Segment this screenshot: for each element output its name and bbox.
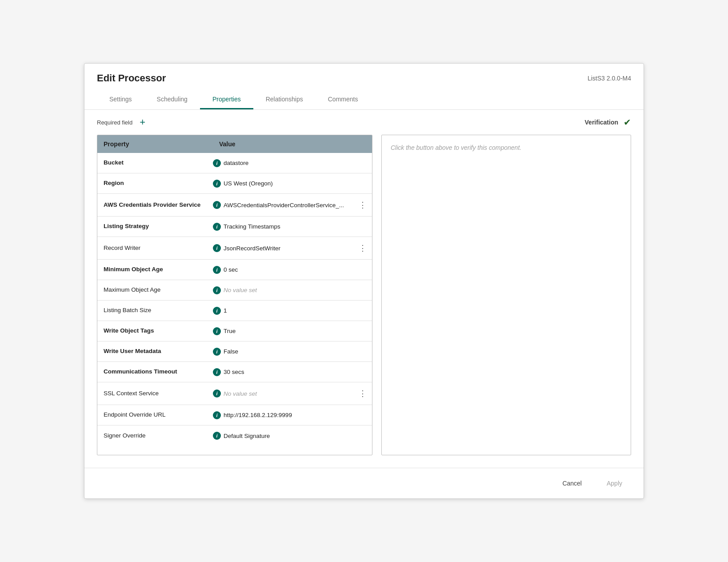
verification-panel: Click the button above to verify this co… <box>381 135 631 455</box>
property-value: False <box>224 348 368 355</box>
info-icon[interactable]: i <box>213 327 221 335</box>
info-icon[interactable]: i <box>213 201 221 209</box>
table-row[interactable]: Record WriteriJsonRecordSetWriter⋮ <box>97 237 372 260</box>
verification-section: Verification ✔ <box>585 117 631 128</box>
property-value-cell[interactable]: ihttp://192.168.2.129:9999 <box>213 407 372 424</box>
property-value: 30 secs <box>224 369 368 375</box>
property-value: http://192.168.2.129:9999 <box>224 412 368 418</box>
table-row[interactable]: Signer OverrideiDefault Signature <box>97 426 372 446</box>
tab-settings[interactable]: Settings <box>97 91 144 109</box>
apply-button: Apply <box>598 475 631 491</box>
info-icon[interactable]: i <box>213 389 221 397</box>
edit-processor-dialog: Edit Processor ListS3 2.0.0-M4 Settings … <box>84 63 644 499</box>
table-row[interactable]: AWS Credentials Provider ServiceiAWSCred… <box>97 194 372 217</box>
property-name: Listing Strategy <box>97 218 213 235</box>
property-value-cell[interactable]: i0 sec <box>213 261 372 278</box>
property-value-cell[interactable]: iNo value set⋮ <box>213 382 372 405</box>
info-icon[interactable]: i <box>213 266 221 274</box>
dialog-title: Edit Processor <box>97 72 166 84</box>
info-icon[interactable]: i <box>213 223 221 231</box>
col-value-header: Value <box>219 140 366 148</box>
tab-properties[interactable]: Properties <box>200 91 253 109</box>
property-name: Endpoint Override URL <box>97 406 213 424</box>
property-value-cell[interactable]: iJsonRecordSetWriter⋮ <box>213 237 372 259</box>
dialog-footer: Cancel Apply <box>84 468 644 498</box>
tab-comments[interactable]: Comments <box>316 91 371 109</box>
info-icon[interactable]: i <box>213 307 221 315</box>
property-name: Write Object Tags <box>97 322 213 340</box>
section-left: Required field + <box>97 117 145 127</box>
verification-label: Verification <box>585 119 618 126</box>
check-icon: ✔ <box>624 117 631 128</box>
more-options-icon[interactable]: ⋮ <box>357 198 368 212</box>
main-content: Property Value BucketidatastoreRegioniUS… <box>84 135 644 468</box>
table-body: BucketidatastoreRegioniUS West (Oregon)A… <box>97 153 372 446</box>
more-options-icon[interactable]: ⋮ <box>357 387 368 400</box>
property-value: No value set <box>224 287 368 293</box>
tab-scheduling[interactable]: Scheduling <box>144 91 200 109</box>
table-row[interactable]: Communications Timeouti30 secs <box>97 362 372 382</box>
more-options-icon[interactable]: ⋮ <box>357 241 368 255</box>
table-row[interactable]: Minimum Object Agei0 sec <box>97 260 372 280</box>
table-row[interactable]: Listing Batch Sizei1 <box>97 301 372 321</box>
property-name: Communications Timeout <box>97 363 213 381</box>
table-row[interactable]: RegioniUS West (Oregon) <box>97 173 372 194</box>
info-icon[interactable]: i <box>213 180 221 188</box>
property-value: 0 sec <box>224 266 368 273</box>
property-name: AWS Credentials Provider Service <box>97 197 213 214</box>
table-row[interactable]: SSL Context ServiceiNo value set⋮ <box>97 382 372 405</box>
property-name: Minimum Object Age <box>97 261 213 278</box>
property-value-cell[interactable]: i1 <box>213 302 372 319</box>
property-value-cell[interactable]: iUS West (Oregon) <box>213 175 372 192</box>
property-value: Default Signature <box>224 433 368 439</box>
dialog-body: Required field + Verification ✔ Property… <box>84 110 644 468</box>
verification-hint: Click the button above to verify this co… <box>391 144 521 151</box>
info-icon[interactable]: i <box>213 286 221 294</box>
property-name: Maximum Object Age <box>97 281 213 299</box>
info-icon[interactable]: i <box>213 432 221 440</box>
property-value: True <box>224 328 368 334</box>
property-value-cell[interactable]: iTrue <box>213 323 372 340</box>
property-name: Bucket <box>97 154 213 172</box>
info-icon[interactable]: i <box>213 348 221 356</box>
property-value: 1 <box>224 307 368 314</box>
required-field-label: Required field <box>97 119 132 126</box>
table-row[interactable]: Endpoint Override URLihttp://192.168.2.1… <box>97 405 372 426</box>
info-icon[interactable]: i <box>213 368 221 376</box>
table-row[interactable]: Write User MetadataiFalse <box>97 341 372 362</box>
property-value-cell[interactable]: iTracking Timestamps <box>213 218 372 235</box>
table-header: Property Value <box>97 135 372 153</box>
property-value-cell[interactable]: iNo value set <box>213 282 372 299</box>
info-icon[interactable]: i <box>213 244 221 252</box>
table-row[interactable]: Listing StrategyiTracking Timestamps <box>97 217 372 237</box>
property-value: AWSCredentialsProviderControllerService_… <box>224 202 354 209</box>
property-name: Write User Metadata <box>97 343 213 360</box>
property-name: Signer Override <box>97 427 213 445</box>
property-name: Region <box>97 175 213 192</box>
property-value: datastore <box>224 160 368 166</box>
tab-relationships[interactable]: Relationships <box>253 91 316 109</box>
info-icon[interactable]: i <box>213 411 221 419</box>
property-value-cell[interactable]: iDefault Signature <box>213 427 372 444</box>
property-value: No value set <box>224 390 354 397</box>
table-row[interactable]: Bucketidatastore <box>97 153 372 173</box>
add-property-button[interactable]: + <box>140 117 145 127</box>
table-row[interactable]: Write Object TagsiTrue <box>97 321 372 341</box>
property-value-cell[interactable]: idatastore <box>213 155 372 172</box>
header-top: Edit Processor ListS3 2.0.0-M4 <box>97 72 631 84</box>
dialog-header: Edit Processor ListS3 2.0.0-M4 Settings … <box>84 64 644 110</box>
property-name: Listing Batch Size <box>97 302 213 319</box>
property-value-cell[interactable]: iAWSCredentialsProviderControllerService… <box>213 194 372 216</box>
property-value: US West (Oregon) <box>224 180 368 187</box>
cancel-button[interactable]: Cancel <box>553 475 591 491</box>
section-header: Required field + Verification ✔ <box>84 110 644 135</box>
property-name: SSL Context Service <box>97 385 213 402</box>
tab-bar: Settings Scheduling Properties Relations… <box>97 91 631 109</box>
col-property-header: Property <box>104 140 219 148</box>
property-value-cell[interactable]: i30 secs <box>213 364 372 381</box>
table-row[interactable]: Maximum Object AgeiNo value set <box>97 280 372 301</box>
info-icon[interactable]: i <box>213 159 221 167</box>
property-value-cell[interactable]: iFalse <box>213 343 372 360</box>
property-name: Record Writer <box>97 240 213 257</box>
property-value: JsonRecordSetWriter <box>224 245 354 252</box>
